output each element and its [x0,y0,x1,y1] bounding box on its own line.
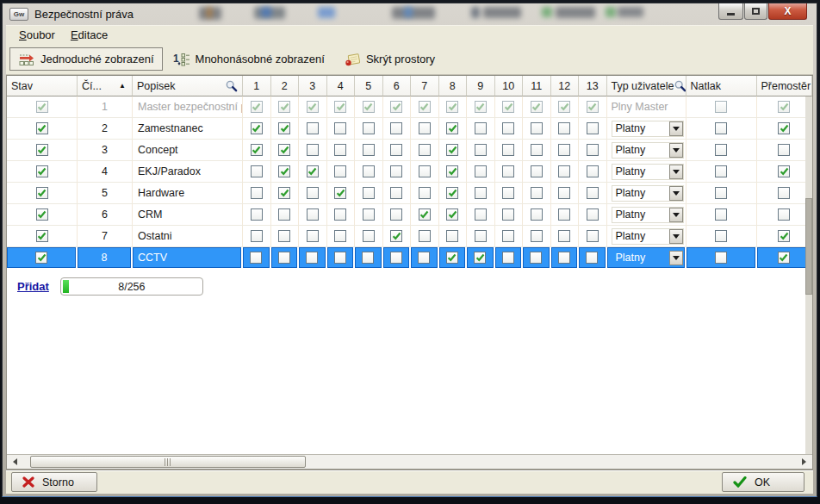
checkbox[interactable] [362,252,374,264]
chevron-down-icon[interactable] [669,186,683,201]
checkbox[interactable] [502,122,514,134]
checkbox[interactable] [334,230,346,242]
checkbox[interactable] [531,230,543,242]
checkbox[interactable] [251,230,263,242]
checkbox[interactable] [334,208,346,221]
typ-dropdown[interactable]: Platny [612,121,684,137]
checkbox[interactable] [475,144,487,156]
column-header-5[interactable]: 5 [355,76,383,96]
checkbox[interactable] [334,122,346,134]
search-icon[interactable] [674,79,686,92]
checkbox[interactable] [502,144,514,156]
column-header-4[interactable]: 4 [327,76,356,96]
title-bar[interactable]: Gw Bezpečnostní práva X [3,3,817,25]
chevron-down-icon[interactable] [669,143,683,158]
toolbar-button-mnohon-sobn-zobrazen[interactable]: 1Mnohonásobné zobrazení [165,47,333,71]
checkbox[interactable] [446,101,458,113]
checkbox[interactable] [475,165,487,177]
checkbox[interactable] [446,230,458,242]
checkbox[interactable] [419,187,431,199]
checkbox[interactable] [778,252,790,264]
chevron-down-icon[interactable] [669,229,683,244]
ok-button[interactable]: OK [722,472,804,492]
checkbox[interactable] [778,230,790,242]
column-header-3[interactable]: 3 [299,76,327,96]
checkbox[interactable] [307,187,319,199]
checkbox[interactable] [587,230,599,242]
table-row-crm[interactable]: 6CRMPlatny [7,204,812,226]
checkbox[interactable] [715,208,727,221]
checkbox[interactable] [502,208,514,221]
checkbox[interactable] [558,101,570,113]
checkbox[interactable] [363,144,375,156]
checkbox[interactable] [390,208,402,221]
checkbox[interactable] [419,122,431,134]
scroll-left-button[interactable] [7,455,22,469]
column-header-[interactable]: Čí...▲ [78,76,133,96]
checkbox[interactable] [558,187,570,199]
checkbox[interactable] [715,187,727,199]
checkbox[interactable] [363,187,375,199]
checkbox[interactable] [307,208,319,221]
column-header-natlak[interactable]: Natlak [686,76,757,96]
checkbox[interactable] [558,122,570,134]
checkbox[interactable] [390,144,402,156]
chevron-down-icon[interactable] [669,251,683,265]
checkbox[interactable] [363,208,375,221]
typ-dropdown[interactable]: Platny [612,142,684,159]
checkbox[interactable] [36,165,48,177]
checkbox[interactable] [558,230,570,242]
column-header-9[interactable]: 9 [467,76,495,96]
checkbox[interactable] [419,101,431,113]
table-row-ostatni[interactable]: 7OstatniPlatny [7,226,812,247]
checkbox[interactable] [251,122,263,134]
checkbox[interactable] [502,187,514,199]
checkbox[interactable] [390,165,402,177]
checkbox[interactable] [475,101,487,113]
checkbox[interactable] [531,122,543,134]
checkbox[interactable] [278,252,290,264]
checkbox[interactable] [715,122,727,134]
checkbox[interactable] [363,230,375,242]
checkbox[interactable] [307,165,319,177]
checkbox[interactable] [419,208,431,221]
checkbox[interactable] [502,101,514,113]
column-header-stav[interactable]: Stav [7,76,78,96]
checkbox[interactable] [334,144,346,156]
checkbox[interactable] [251,101,263,113]
vertical-scrollbar[interactable] [805,96,812,454]
checkbox[interactable] [251,144,263,156]
checkbox[interactable] [446,208,458,221]
checkbox[interactable] [35,252,47,264]
close-button[interactable]: X [768,3,807,20]
checkbox[interactable] [474,252,486,264]
checkbox[interactable] [446,122,458,134]
table-row-ekj-paradox[interactable]: 4EKJ/ParadoxPlatny [7,161,812,183]
table-row-concept[interactable]: 3ConceptPlatny [7,140,812,161]
checkbox[interactable] [251,208,263,221]
checkbox[interactable] [587,101,599,113]
checkbox[interactable] [778,208,790,221]
checkbox[interactable] [36,208,48,221]
checkbox[interactable] [36,187,48,199]
checkbox[interactable] [587,187,599,199]
table-row-master-bezpe-nostn-p[interactable]: 1Master bezpečnostní pPlny Master [7,96,812,118]
checkbox[interactable] [419,165,431,177]
column-header-popisek[interactable]: Popisek [133,76,243,96]
column-header-13[interactable]: 13 [579,76,607,96]
typ-dropdown[interactable]: Platny [612,250,684,266]
chevron-down-icon[interactable] [669,121,683,136]
checkbox[interactable] [334,101,346,113]
column-header-p-emost-r[interactable]: Přemostěr [757,76,813,96]
checkbox[interactable] [475,187,487,199]
checkbox[interactable] [530,252,542,264]
add-link[interactable]: Přidat [17,280,49,293]
horizontal-scrollbar-track[interactable] [22,455,798,469]
checkbox[interactable] [531,165,543,177]
column-header-7[interactable]: 7 [411,76,439,96]
checkbox[interactable] [334,165,346,177]
checkbox[interactable] [587,208,599,221]
checkbox[interactable] [475,122,487,134]
checkbox[interactable] [278,187,290,199]
typ-dropdown[interactable]: Platny [612,164,684,180]
